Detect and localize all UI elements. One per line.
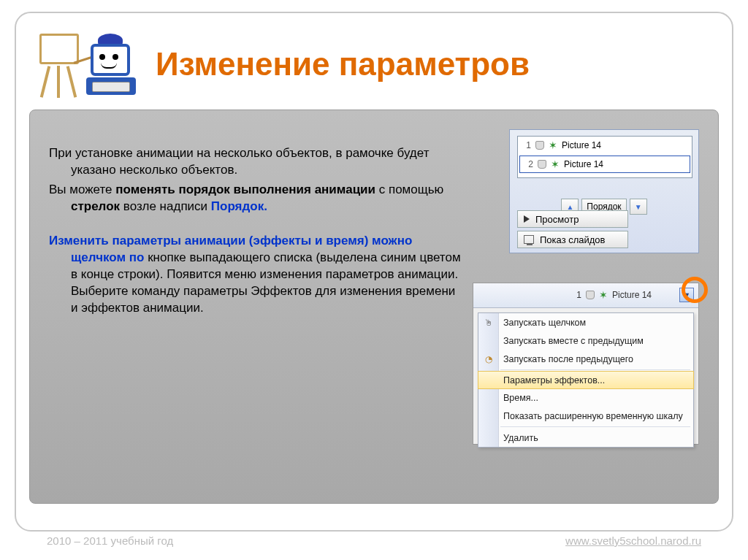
menu-separator: [500, 369, 690, 370]
clock-icon: ◔: [483, 353, 495, 365]
computer-character-icon: [86, 38, 140, 99]
mouse-icon: 🖱: [483, 317, 495, 329]
row-index: 1: [576, 290, 581, 300]
slideshow-button[interactable]: Показ слайдов: [517, 231, 628, 248]
menu-start-with-previous[interactable]: Запускать вместе с предыдущим: [478, 331, 693, 350]
effect-star-icon: ✶: [599, 289, 608, 301]
effect-star-icon: ✶: [551, 158, 560, 170]
play-icon: [524, 215, 530, 223]
slideshow-icon: [524, 235, 534, 244]
order-down-button[interactable]: [630, 199, 647, 215]
mouse-icon: [535, 141, 544, 150]
menu-label: Запускать вместе с предыдущим: [503, 336, 644, 346]
menu-label: Время...: [503, 393, 538, 403]
menu-start-after-previous[interactable]: ◔ Запускать после предыдущего: [478, 350, 693, 368]
menu-label: Удалить: [503, 433, 538, 443]
easel-icon: [37, 31, 88, 96]
header-illustration: [37, 28, 142, 101]
paragraph-3: Изменить параметры анимации (эффекты и в…: [49, 233, 465, 317]
menu-label: Запускать щелчком: [503, 318, 586, 328]
menu-label: Показать расширенную временную шкалу: [503, 411, 683, 421]
text: Вы можете: [49, 183, 115, 196]
context-menu: 🖱 Запускать щелчком Запускать вместе с п…: [478, 312, 694, 448]
page-title: Изменение параметров: [156, 46, 530, 83]
text: с помощью: [375, 183, 443, 196]
animation-list: 1 ✶ Picture 14 2 ✶ Picture 14: [517, 136, 692, 178]
mouse-icon: [538, 160, 546, 169]
text: возле надписи: [120, 199, 211, 213]
menu-show-timeline[interactable]: Показать расширенную временную шкалу: [478, 407, 693, 425]
animation-row-2[interactable]: 2 ✶ Picture 14: [519, 156, 690, 173]
row-label: Picture 14: [562, 140, 601, 150]
animation-panel: 1 ✶ Picture 14 2 ✶ Picture 14 Порядок Пр…: [509, 129, 699, 253]
footer-link[interactable]: www.svetly5school.narod.ru: [565, 534, 701, 547]
button-label: Показ слайдов: [540, 234, 606, 245]
row-label: Picture 14: [612, 290, 652, 300]
header: Изменение параметров: [37, 28, 716, 101]
mouse-icon: [586, 291, 595, 299]
highlight-circle: [682, 277, 708, 303]
animation-row-1[interactable]: 1 ✶ Picture 14: [518, 137, 692, 154]
menu-delete[interactable]: Удалить: [478, 429, 693, 447]
menu-label: Запускать после предыдущего: [503, 354, 633, 364]
body-text: При установке анимации на несколько объе…: [49, 145, 465, 319]
menu-start-on-click[interactable]: 🖱 Запускать щелчком: [478, 313, 693, 331]
effect-options-panel: 1 ✶ Picture 14 ▼ 🖱 Запускать щелчком Зап…: [473, 283, 699, 445]
button-label: Просмотр: [535, 214, 579, 225]
menu-effect-options[interactable]: Параметры эффектов...: [478, 371, 694, 389]
menu-separator: [500, 426, 690, 427]
row-label: Picture 14: [564, 159, 603, 169]
panel2-header: 1 ✶ Picture 14 ▼: [473, 283, 698, 308]
text: При установке анимации на несколько объе…: [49, 146, 429, 177]
row-index: 2: [523, 159, 533, 169]
text-bold: поменять порядок выполнения анимации: [115, 183, 375, 196]
text-blue-bold: Порядок.: [211, 199, 267, 213]
menu-timing[interactable]: Время...: [478, 388, 693, 407]
effect-star-icon: ✶: [549, 139, 557, 151]
paragraph-1: При установке анимации на несколько объе…: [49, 145, 465, 179]
paragraph-2: Вы можете поменять порядок выполнения ан…: [49, 182, 465, 215]
row-index: 1: [521, 140, 531, 150]
preview-button[interactable]: Просмотр: [517, 210, 628, 228]
footer-year: 2010 – 2011 учебный год: [47, 534, 173, 547]
text-bold: стрелок: [71, 199, 120, 213]
menu-label: Параметры эффектов...: [503, 375, 605, 386]
content-panel: При установке анимации на несколько объе…: [29, 110, 719, 504]
